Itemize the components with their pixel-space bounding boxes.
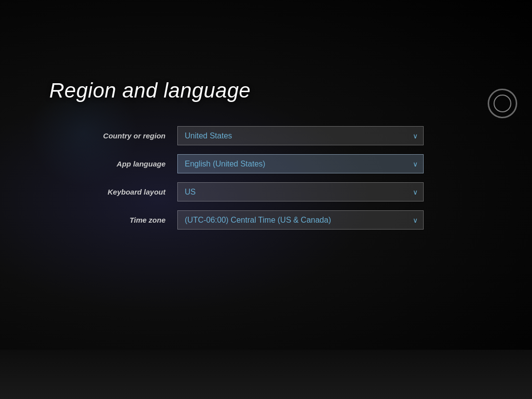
country-region-select-wrapper: United States ∨ (177, 126, 424, 145)
app-language-select-wrapper: English (United States) ∨ (177, 154, 424, 173)
app-language-select[interactable]: English (United States) (177, 154, 424, 173)
country-region-label: Country or region (79, 132, 177, 140)
settings-form: Country or region United States ∨ App la… (79, 126, 424, 238)
keyboard-layout-label: Keyboard layout (79, 188, 177, 196)
keyboard-layout-select[interactable]: US (177, 182, 424, 201)
page-title: Region and language (49, 79, 483, 102)
time-zone-select[interactable]: (UTC-06:00) Central Time (US & Canada) (177, 210, 424, 230)
country-region-row: Country or region United States ∨ (79, 126, 424, 145)
time-zone-select-wrapper: (UTC-06:00) Central Time (US & Canada) ∨ (177, 210, 424, 230)
keyboard-layout-select-wrapper: US ∨ (177, 182, 424, 201)
bezel-bottom (0, 350, 532, 399)
country-region-select[interactable]: United States (177, 126, 424, 145)
main-container: Region and language Country or region Un… (0, 79, 532, 238)
app-language-row: App language English (United States) ∨ (79, 154, 424, 173)
app-language-label: App language (79, 160, 177, 168)
time-zone-row: Time zone (UTC-06:00) Central Time (US &… (79, 210, 424, 230)
time-zone-label: Time zone (79, 216, 177, 224)
keyboard-layout-row: Keyboard layout US ∨ (79, 182, 424, 201)
